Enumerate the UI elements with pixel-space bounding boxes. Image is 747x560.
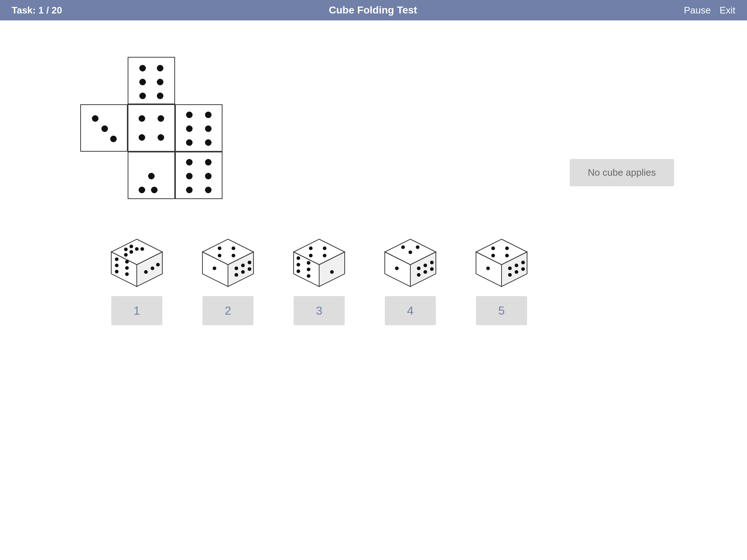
svg-point-9 — [115, 257, 119, 261]
svg-point-55 — [423, 264, 427, 267]
svg-point-3 — [124, 248, 128, 251]
net-cell-bot-center — [128, 152, 175, 199]
svg-point-44 — [307, 274, 310, 278]
header-controls: Pause Exit — [684, 5, 735, 16]
svg-point-23 — [232, 246, 235, 250]
svg-point-15 — [144, 270, 148, 274]
svg-point-22 — [218, 254, 221, 257]
option-button-3[interactable]: 3 — [294, 296, 345, 325]
svg-point-41 — [297, 269, 300, 273]
svg-point-8 — [140, 247, 144, 251]
page-title: Cube Folding Test — [329, 4, 417, 16]
option-5: 5 — [471, 236, 533, 325]
net-cell-mid-right — [175, 104, 222, 152]
svg-point-27 — [235, 273, 238, 277]
svg-point-63 — [491, 254, 495, 257]
svg-point-35 — [309, 246, 313, 250]
svg-point-40 — [297, 263, 300, 267]
svg-point-58 — [430, 267, 434, 271]
net-cell-top — [128, 57, 175, 104]
cube-image-3 — [288, 236, 350, 290]
svg-point-13 — [125, 266, 129, 270]
no-cube-button[interactable]: No cube applies — [570, 159, 674, 186]
svg-point-28 — [241, 264, 245, 267]
svg-point-70 — [515, 270, 518, 274]
cube-image-2 — [197, 236, 259, 290]
svg-point-10 — [115, 264, 119, 267]
option-4: 4 — [379, 236, 441, 325]
svg-point-38 — [323, 254, 326, 257]
option-2: 2 — [197, 236, 259, 325]
svg-point-66 — [486, 267, 490, 270]
svg-point-25 — [213, 267, 216, 270]
svg-point-50 — [409, 250, 412, 254]
svg-point-26 — [235, 267, 238, 270]
option-button-1[interactable]: 1 — [111, 296, 162, 325]
svg-point-5 — [129, 245, 133, 248]
net-cell-bot-right — [175, 152, 222, 199]
exit-button[interactable]: Exit — [720, 5, 735, 16]
svg-point-51 — [416, 245, 419, 249]
svg-point-31 — [248, 267, 251, 271]
header: Task: 1 / 20 Cube Folding Test Pause Exi… — [0, 0, 747, 20]
cube-image-4 — [379, 236, 441, 290]
svg-point-64 — [505, 246, 509, 250]
svg-point-67 — [508, 267, 512, 270]
svg-point-54 — [417, 273, 421, 277]
svg-point-57 — [430, 261, 434, 264]
svg-point-49 — [401, 245, 405, 249]
svg-point-43 — [307, 268, 310, 271]
svg-point-29 — [241, 270, 245, 274]
net-diagram — [80, 57, 299, 210]
svg-point-72 — [521, 267, 525, 271]
options-row: 1 2 — [69, 236, 533, 325]
svg-point-53 — [417, 267, 421, 270]
svg-point-12 — [125, 260, 129, 264]
cube-image-1 — [106, 236, 168, 290]
svg-point-42 — [307, 261, 310, 265]
svg-point-45 — [330, 270, 334, 274]
svg-point-68 — [508, 273, 512, 277]
svg-point-6 — [129, 250, 133, 254]
svg-point-7 — [135, 247, 139, 251]
svg-point-56 — [423, 270, 427, 274]
svg-point-30 — [248, 261, 251, 264]
svg-point-65 — [505, 254, 509, 257]
svg-point-4 — [124, 253, 128, 257]
option-3: 3 — [288, 236, 350, 325]
svg-point-21 — [218, 246, 221, 250]
pause-button[interactable]: Pause — [684, 5, 711, 16]
svg-point-36 — [309, 254, 313, 257]
svg-point-14 — [125, 272, 129, 276]
svg-point-17 — [156, 263, 160, 267]
svg-point-11 — [115, 270, 119, 273]
option-button-2[interactable]: 2 — [202, 296, 253, 325]
option-button-4[interactable]: 4 — [385, 296, 436, 325]
svg-point-71 — [521, 261, 525, 264]
svg-point-52 — [395, 267, 399, 270]
cube-image-5 — [471, 236, 533, 290]
svg-point-69 — [515, 264, 518, 267]
task-label: Task: 1 / 20 — [12, 5, 62, 16]
net-cell-mid-center — [128, 104, 175, 152]
svg-point-16 — [151, 267, 154, 270]
option-button-5[interactable]: 5 — [476, 296, 527, 325]
option-1: 1 — [106, 236, 168, 325]
svg-point-37 — [323, 246, 326, 250]
svg-point-62 — [491, 246, 495, 250]
svg-point-24 — [232, 254, 235, 257]
svg-point-39 — [297, 256, 300, 260]
net-cell-mid-left — [80, 104, 128, 152]
